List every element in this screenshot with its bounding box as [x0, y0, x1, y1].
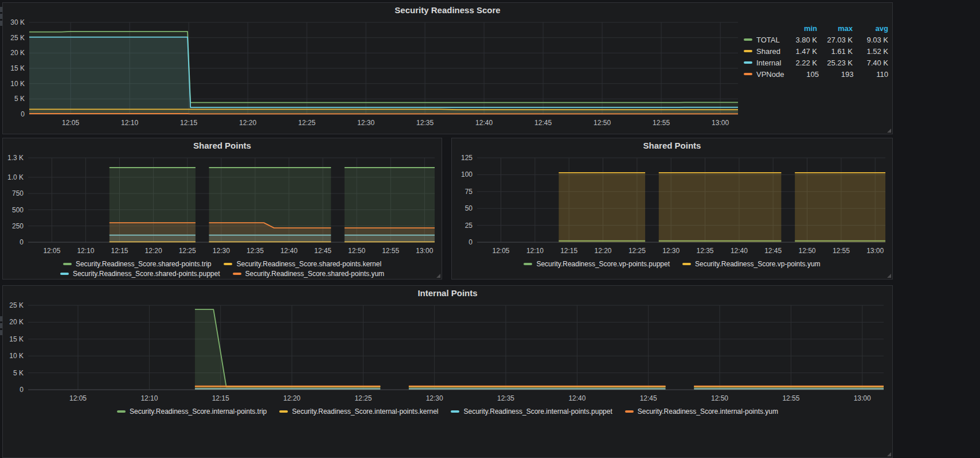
legend-item[interactable]: Security.Readiness_Score.shared-points.k… [224, 259, 381, 269]
timeseries-plot-internal-points[interactable]: 12:0512:1012:1512:2012:2512:3012:3512:40… [3, 301, 891, 407]
panel-title[interactable]: Shared Points [3, 138, 442, 153]
legend-item[interactable]: Security.Readiness_Score.internal-points… [451, 407, 612, 416]
y-tick-label: 15 K [10, 64, 25, 72]
y-tick-label: 750 [12, 189, 24, 197]
legend-table-row: TOTAL3.80 K27.03 K9.03 K [744, 34, 888, 45]
series-area-Security.Readiness_Score.shared-points.yum [345, 228, 435, 242]
series-area-Security.Readiness_Score.internal-points.yum [195, 386, 380, 390]
chart-legend: Security.Readiness_Score.vp-points.puppe… [452, 259, 892, 269]
panel-title[interactable]: Security Readiness Score [3, 3, 892, 18]
legend-series-toggle[interactable]: TOTAL [744, 36, 782, 44]
x-tick-label: 12:10 [121, 119, 138, 127]
panel-internal-points: Internal Points 12:0512:1012:1512:2012:2… [2, 285, 893, 458]
legend-item[interactable]: Security.Readiness_Score.vp-points.puppe… [524, 259, 670, 269]
y-tick-label: 25 K [10, 34, 25, 42]
y-tick-label: 5 K [13, 369, 24, 377]
x-tick-label: 12:45 [534, 119, 552, 127]
panel-resize-handle[interactable] [887, 452, 891, 456]
y-tick-label: 0 [19, 238, 24, 246]
legend-value-max: 193 [819, 70, 854, 79]
x-tick-label: 12:30 [357, 119, 374, 127]
series-color-dash-icon [117, 410, 126, 413]
legend-item[interactable]: Security.Readiness_Score.vp-points.yum [682, 259, 821, 269]
y-tick-label: 30 K [10, 18, 25, 26]
timeseries-plot-shared-points-vp[interactable]: 12:0512:1012:1512:2012:2512:3012:3512:40… [452, 153, 891, 259]
timeseries-plot-security-readiness-score[interactable]: 12:0512:1012:1512:2012:2512:3012:3512:40… [3, 18, 744, 131]
legend-label: Security.Readiness_Score.shared-points.p… [73, 269, 220, 278]
x-tick-label: 12:30 [662, 247, 680, 255]
legend-item[interactable]: Security.Readiness_Score.shared-points.t… [63, 259, 212, 269]
y-tick-label: 0 [21, 110, 25, 118]
panel-resize-handle[interactable] [436, 274, 440, 278]
x-tick-label: 12:35 [247, 247, 264, 255]
x-tick-label: 12:15 [180, 119, 197, 127]
x-tick-label: 12:05 [62, 119, 79, 127]
series-area-Security.Readiness_Score.internal-points.trip [195, 309, 380, 390]
legend-col-min[interactable]: min [782, 24, 817, 33]
legend-item[interactable]: Security.Readiness_Score.internal-points… [117, 407, 267, 416]
x-tick-label: 12:50 [348, 247, 365, 255]
x-tick-label: 12:40 [731, 247, 748, 255]
legend-item[interactable]: Security.Readiness_Score.internal-points… [279, 407, 438, 416]
y-tick-label: 20 K [9, 318, 24, 326]
series-color-dash-icon [233, 273, 241, 275]
x-tick-label: 12:20 [283, 394, 300, 402]
series-color-dash-icon [451, 410, 459, 413]
legend-item[interactable]: Security.Readiness_Score.shared-points.p… [60, 269, 220, 278]
series-area-Security.Readiness_Score.internal-points.yum [409, 386, 666, 390]
x-tick-label: 12:55 [833, 247, 850, 255]
legend-item[interactable]: Security.Readiness_Score.shared-points.y… [233, 269, 385, 278]
series-color-dash-icon [682, 263, 691, 265]
x-tick-label: 12:35 [696, 247, 713, 255]
timeseries-plot-shared-points[interactable]: 12:0512:1012:1512:2012:2512:3012:3512:40… [3, 153, 440, 259]
legend-col-avg[interactable]: avg [853, 24, 888, 33]
legend-value-min: 1.47 K [782, 47, 817, 56]
y-tick-label: 125 [461, 154, 473, 162]
y-tick-label: 250 [12, 222, 24, 230]
legend-label: Security.Readiness_Score.internal-points… [463, 407, 612, 416]
legend-series-name: TOTAL [756, 36, 780, 44]
legend-value-min: 2.22 K [782, 59, 817, 67]
x-tick-label: 12:10 [140, 394, 158, 402]
y-tick-label: 0 [19, 386, 24, 394]
x-tick-label: 12:40 [568, 394, 585, 402]
series-color-dash-icon [744, 38, 752, 41]
series-color-dash-icon [279, 410, 288, 413]
legend-table: minmaxavgTOTAL3.80 K27.03 K9.03 KShared1… [744, 22, 888, 80]
x-tick-label: 12:10 [77, 247, 94, 255]
series-area-Security.Readiness_Score.shared-points.yum [110, 223, 196, 242]
x-tick-label: 12:45 [640, 394, 657, 402]
legend-value-max: 1.61 K [817, 47, 853, 56]
series-area-Security.Readiness_Score.internal-points.yum [694, 386, 884, 390]
y-tick-label: 1.0 K [7, 173, 24, 181]
legend-item[interactable]: Security.Readiness_Score.internal-points… [625, 407, 778, 416]
panel-shared-points: Shared Points 12:0512:1012:1512:2012:251… [2, 138, 442, 280]
legend-value-avg: 9.03 K [853, 36, 888, 44]
legend-series-name: Shared [756, 47, 780, 56]
x-tick-label: 12:05 [492, 247, 509, 255]
panel-resize-handle[interactable] [887, 274, 891, 278]
panel-resize-handle[interactable] [887, 129, 891, 133]
legend-label: Security.Readiness_Score.shared-points.t… [76, 259, 212, 269]
y-tick-label: 500 [12, 206, 24, 214]
x-tick-label: 12:55 [653, 119, 670, 127]
x-tick-label: 12:20 [145, 247, 162, 255]
x-tick-label: 12:20 [239, 119, 256, 127]
legend-series-toggle[interactable]: Shared [744, 47, 782, 56]
x-tick-label: 13:00 [854, 394, 871, 402]
legend-series-toggle[interactable]: VPNode [744, 70, 784, 79]
panel-title[interactable]: Shared Points [452, 138, 892, 153]
legend-col-max[interactable]: max [817, 24, 853, 33]
panel-title[interactable]: Internal Points [3, 286, 892, 301]
x-tick-label: 12:50 [594, 119, 611, 127]
x-tick-label: 12:25 [354, 394, 372, 402]
legend-table-row: Internal2.22 K25.23 K7.40 K [744, 57, 888, 68]
legend-table-row: Shared1.47 K1.61 K1.52 K [744, 45, 888, 57]
y-tick-label: 25 [465, 222, 473, 230]
x-tick-label: 12:15 [111, 247, 128, 255]
series-color-dash-icon [524, 263, 532, 265]
series-area-Security.Readiness_Score.vp-points.yum [559, 173, 645, 242]
legend-label: Security.Readiness_Score.shared-points.k… [236, 259, 381, 269]
legend-series-toggle[interactable]: Internal [744, 59, 782, 67]
legend-series-name: Internal [756, 59, 781, 67]
